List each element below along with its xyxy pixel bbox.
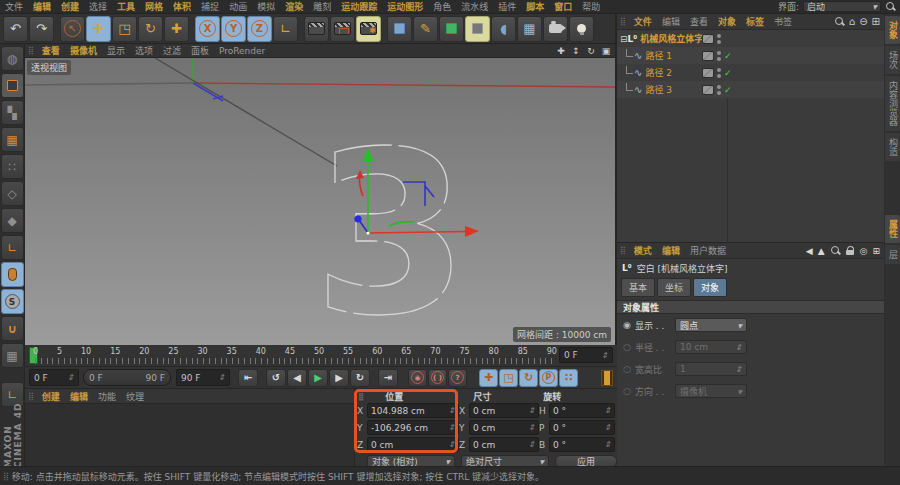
menu-mesh[interactable]: 网格 [140,0,168,13]
record-keyframe-button[interactable]: ◉ [408,369,427,387]
enabled-check-icon[interactable]: ✓ [724,51,732,61]
tree-row-path3[interactable]: ∿ 路径 3 ✓ [617,81,884,98]
camera-button[interactable] [543,16,568,42]
mat-menu-function[interactable]: 功能 [93,390,121,403]
deformer-button[interactable]: ◖ [491,16,516,42]
viewport-maximize-icon[interactable]: ▣ [600,46,612,56]
panel-handle-icon[interactable]: ⣿ [358,392,363,401]
key-rotation-button[interactable]: ↻ [519,369,538,387]
side-tab-objects[interactable]: 对象 [885,16,900,44]
menu-help[interactable]: 帮助 [577,0,605,13]
play-button[interactable]: ▶ [308,369,328,387]
floor-button[interactable]: ▦ [517,16,542,42]
tree-row-path1[interactable]: ∿ 路径 1 ✓ [617,47,884,64]
lock-icon[interactable] [846,246,855,256]
position-z-field[interactable]: 0 cm⇕ [367,437,459,452]
add-panel-icon[interactable]: ⊞ [872,246,880,256]
target-icon[interactable]: ◎ [860,246,868,256]
mat-menu-edit[interactable]: 编辑 [65,390,93,403]
layer-badge[interactable] [702,85,714,95]
key-scale-button[interactable]: ◳ [499,369,518,387]
rotation-h-field[interactable]: 0 °⇕ [549,403,615,418]
size-z-field[interactable]: 0 cm⇕ [469,437,539,452]
render-view-button[interactable] [304,16,329,42]
viewport-menu-view[interactable]: 查看 [37,44,65,57]
side-tab-layers[interactable]: 层 [885,245,900,264]
search-icon[interactable] [885,1,896,12]
visibility-dots[interactable] [717,85,721,95]
expander-icon[interactable]: ⊟ [620,34,628,44]
frame-range-slider[interactable]: 0 F 90 F [83,369,171,386]
visibility-dots[interactable] [717,34,721,44]
panel-handle-icon[interactable]: ⣿ [28,392,33,401]
texture-mode-button[interactable]: ▚ [1,100,24,125]
material-list-empty[interactable] [25,404,354,465]
tab-basic[interactable]: 基本 [621,278,655,297]
menu-character[interactable]: 角色 [428,0,456,13]
om-menu-file[interactable]: 文件 [629,15,657,28]
viewport-solo-button[interactable] [1,262,24,287]
menu-window[interactable]: 窗口 [549,0,577,13]
display-dropdown[interactable]: 圆点 ▼ [675,318,747,332]
menu-sculpt[interactable]: 雕刻 [308,0,336,13]
enabled-check-icon[interactable]: ✓ [724,85,732,95]
object-name[interactable]: 路径 3 [645,83,672,96]
extrude-generator-button[interactable] [465,16,490,42]
menu-volume[interactable]: 体积 [168,0,196,13]
menu-create[interactable]: 创建 [56,0,84,13]
key-pla-button[interactable]: ∷ [559,369,578,387]
lock-y-axis-button[interactable]: Y [221,16,246,42]
panel-handle-icon[interactable]: ⣿ [28,46,33,55]
layer-badge[interactable] [702,34,714,44]
om-menu-objects[interactable]: 对象 [713,15,741,28]
attr-menu-userdata[interactable]: 用户数据 [685,244,731,257]
spinner-icon[interactable]: ⇕ [732,343,742,352]
spinner-icon[interactable]: ⇕ [215,373,225,382]
coordinate-system-button[interactable]: ∟ [273,16,298,42]
axis-mode-button[interactable]: ∟ [1,235,24,260]
position-y-field[interactable]: -106.296 cm⇕ [367,420,459,435]
panel-handle-icon[interactable]: ⣿ [620,246,625,255]
viewport-orbit-icon[interactable]: ↻ [585,46,597,56]
light-button[interactable] [569,16,594,42]
viewport-dolly-icon[interactable]: ↕ [570,46,582,56]
menu-file[interactable]: 文件 [0,0,28,13]
spinner-icon[interactable]: ⇕ [732,365,742,374]
spline-pen-button[interactable]: ✎ [413,16,438,42]
mat-menu-create[interactable]: 创建 [37,390,65,403]
keyframe-circle-icon[interactable]: ○ [623,342,635,352]
points-mode-button[interactable]: ∷ [1,154,24,179]
polygons-mode-button[interactable]: ◆ [1,208,24,233]
om-menu-bookmarks[interactable]: 书签 [769,15,797,28]
goto-start-button[interactable]: ⇤ [238,369,258,387]
keyframe-selection-button[interactable]: ? [448,369,467,387]
rotation-b-field[interactable]: 0 °⇕ [549,437,615,452]
viewport-canvas[interactable]: 3 透视视图 网格间距 : 10000 cm [25,58,615,345]
panel-handle-icon[interactable]: ⣿ [620,17,625,26]
make-editable-button[interactable]: ◍ [1,46,24,71]
position-x-field[interactable]: 104.988 cm⇕ [367,403,459,418]
open-timeline-button[interactable] [601,370,613,386]
add-cube-button[interactable] [387,16,412,42]
object-name[interactable]: 路径 1 [645,49,672,62]
prev-key-button[interactable]: ↺ [266,369,286,387]
workplane-mode-button[interactable]: ▦ [1,127,24,152]
prev-frame-button[interactable]: ◀ [287,369,307,387]
tree-row-root[interactable]: ⊟ L⁰ 机械风格立体字 [617,30,884,47]
range-start-field[interactable]: 0 F ⇕ [29,369,79,386]
keyframe-circle-icon[interactable]: ○ [623,386,635,396]
menu-select[interactable]: 选择 [84,0,112,13]
workplane-lock-button[interactable]: ▦ [1,343,24,368]
undo-button[interactable]: ↶ [3,16,28,42]
last-tool-button[interactable]: ✚ [164,16,189,42]
tree-row-path2[interactable]: ∿ 路径 2 ✓ [617,64,884,81]
next-frame-button[interactable]: ▶ [329,369,349,387]
lock-z-axis-button[interactable]: Z [247,16,272,42]
aspect-field[interactable]: 1 ⇕ [675,362,747,376]
layer-badge[interactable] [702,68,714,78]
object-name[interactable]: 机械风格立体字 [640,32,703,45]
subdivision-surface-button[interactable] [439,16,464,42]
current-frame-field[interactable]: 0 F ⇕ [559,347,613,363]
filter-icon[interactable]: ⊖ [859,16,867,27]
viewport-pan-icon[interactable]: ✚ [555,46,567,56]
